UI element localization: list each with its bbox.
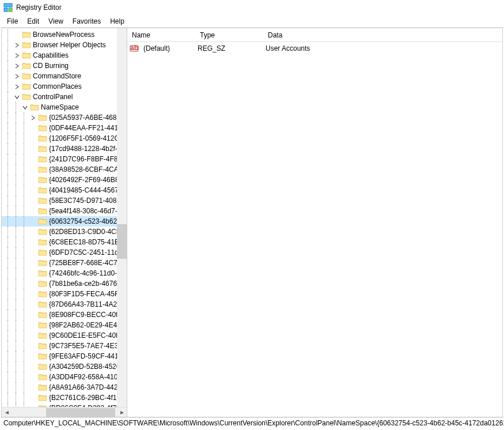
tree-key-guid[interactable]: {9FE63AFD-59CF-4419: [2, 351, 127, 361]
folder-icon: [38, 300, 47, 308]
tree-key[interactable]: BrowseNewProcess: [2, 29, 127, 40]
expander-closed-icon[interactable]: [13, 51, 21, 59]
tree-horizontal-scrollbar[interactable]: ◂ ▸: [2, 407, 127, 417]
tree-vertical-scrollbar[interactable]: [117, 28, 127, 407]
tree-key-guid[interactable]: {5ea4f148-308c-46d7-: [2, 206, 127, 216]
tree-guide: [4, 185, 12, 195]
tree-key-guid[interactable]: {0DF44EAA-FF21-4412: [2, 123, 127, 133]
tree-guide: [20, 299, 28, 310]
tree-key-guid[interactable]: {4026492F-2F69-46B8-: [2, 175, 127, 185]
expander-open-icon[interactable]: [21, 103, 29, 111]
tree-key-controlpanel[interactable]: ControlPanel: [2, 92, 127, 102]
tree-guide: [4, 29, 12, 40]
tree-key[interactable]: CommandStore: [2, 71, 127, 81]
tree-guide: [20, 289, 28, 299]
expander-open-icon[interactable]: [13, 93, 21, 101]
scroll-left-icon[interactable]: ◂: [2, 408, 12, 417]
expander-closed-icon[interactable]: [13, 62, 21, 70]
tree-key-guid[interactable]: {7b81be6a-ce2b-4676: [2, 278, 127, 289]
tree-guide: [12, 341, 20, 351]
tree-key-guid[interactable]: {60632754-c523-4b62-: [2, 216, 127, 227]
menu-favorites[interactable]: Favorites: [68, 16, 105, 26]
tree-key-guid[interactable]: {A304259D-52B8-4526: [2, 361, 127, 372]
tree-key-guid[interactable]: {87D66A43-7B11-4A28: [2, 299, 127, 310]
tree-guide: [20, 206, 28, 216]
menu-help[interactable]: Help: [105, 16, 129, 26]
tree-guide: [12, 320, 20, 330]
tree-vertical-scrollbar-thumb[interactable]: [117, 224, 127, 259]
expander-none: [29, 228, 37, 236]
menu-edit[interactable]: Edit: [22, 16, 44, 26]
tree-key-guid[interactable]: {80F3F1D5-FECA-45F3: [2, 289, 127, 299]
tree-key-guid[interactable]: {98F2AB62-0E29-4E4C: [2, 320, 127, 330]
tree-key-label: Capabilities: [33, 51, 69, 59]
tree-key-guid[interactable]: {40419485-C444-4567: [2, 185, 127, 195]
folder-icon: [38, 228, 47, 236]
folder-icon: [22, 72, 31, 80]
expander-none: [29, 383, 37, 391]
tree-key-guid[interactable]: {8E908FC9-BECC-40f6: [2, 310, 127, 320]
tree-guide: [12, 278, 20, 289]
tree-key-guid[interactable]: {725BE8F7-668E-4C7B: [2, 258, 127, 268]
folder-icon: [38, 186, 47, 194]
tree-guide: [20, 372, 28, 382]
column-data[interactable]: Data: [263, 29, 502, 42]
expander-none: [29, 134, 37, 142]
tree-key[interactable]: CommonPlaces: [2, 81, 127, 92]
tree-key[interactable]: CD Burning: [2, 61, 127, 71]
expander-none: [29, 342, 37, 350]
tree-key-guid[interactable]: {9C73F5E5-7AE7-4E32: [2, 341, 127, 351]
tree-guide: [4, 372, 12, 382]
tree-key-guid[interactable]: {6DFD7C5C-2451-11d: [2, 247, 127, 258]
scroll-right-icon[interactable]: ▸: [117, 408, 127, 417]
tree-key-label: CommandStore: [33, 72, 81, 80]
tree-guide: [4, 40, 12, 50]
tree-key-guid[interactable]: {62D8ED13-C9D0-4CE: [2, 227, 127, 237]
column-type[interactable]: Type: [195, 29, 263, 42]
tree-guide: [4, 216, 12, 227]
tree-guide: [20, 382, 28, 393]
tree-key-guid[interactable]: {025A5937-A6BE-4686: [2, 112, 127, 123]
tree-guide: [12, 382, 20, 393]
tree-key-guid[interactable]: {9C60DE1E-E5FC-40f4: [2, 330, 127, 341]
tree-key-namespace[interactable]: NameSpace: [2, 102, 127, 112]
tree-guide: [4, 133, 12, 144]
tree-key-guid[interactable]: {A3DD4F92-658A-410: [2, 372, 127, 382]
tree-guide: [4, 268, 12, 278]
tree-key-guid[interactable]: {74246bfc-4c96-11d0-: [2, 268, 127, 278]
menu-file[interactable]: File: [2, 16, 22, 26]
tree-key-guid[interactable]: {17cd9488-1228-4b2f-: [2, 144, 127, 154]
tree-key-label: {17cd9488-1228-4b2f-: [49, 145, 118, 153]
folder-icon: [38, 280, 47, 288]
values-panel[interactable]: Name Type Data (Default)REG_SZUser Accou…: [127, 28, 502, 417]
expander-closed-icon[interactable]: [13, 41, 21, 49]
tree-key-label: ControlPanel: [33, 93, 73, 101]
tree-key-guid[interactable]: {58E3C745-D971-4081: [2, 195, 127, 206]
value-row[interactable]: (Default)REG_SZUser Accounts: [127, 43, 502, 54]
folder-icon: [22, 62, 31, 70]
tree-panel[interactable]: BrowseNewProcessBrowser Helper ObjectsCa…: [2, 28, 127, 417]
tree-guide: [20, 123, 28, 133]
tree-guide: [20, 310, 28, 320]
expander-none: [29, 124, 37, 132]
menu-view[interactable]: View: [44, 16, 68, 26]
tree-key-label: {74246bfc-4c96-11d0-: [49, 269, 117, 277]
tree-key-guid[interactable]: {241D7C96-F8BF-4F85: [2, 154, 127, 164]
tree-horizontal-scrollbar-thumb[interactable]: [46, 408, 115, 417]
tree-key-guid[interactable]: {B2C761C6-29BC-4f19: [2, 393, 127, 403]
tree-key-guid[interactable]: {A8A91A66-3A7D-442: [2, 382, 127, 393]
tree-key-guid[interactable]: {38A98528-6CBF-4CA: [2, 164, 127, 175]
tree-key[interactable]: Capabilities: [2, 50, 127, 61]
tree-key-guid[interactable]: {1206F5F1-0569-412C: [2, 133, 127, 144]
tree-guide: [20, 164, 28, 175]
values-header: Name Type Data: [127, 28, 502, 42]
expander-none: [29, 186, 37, 194]
tree-guide: [4, 81, 12, 92]
expander-closed-icon[interactable]: [13, 82, 21, 90]
folder-icon: [38, 217, 47, 225]
column-name[interactable]: Name: [127, 29, 195, 42]
tree-key[interactable]: Browser Helper Objects: [2, 40, 127, 50]
tree-key-guid[interactable]: {6C8EEC18-8D75-41B2: [2, 237, 127, 247]
expander-closed-icon[interactable]: [29, 114, 37, 122]
expander-closed-icon[interactable]: [13, 72, 21, 80]
